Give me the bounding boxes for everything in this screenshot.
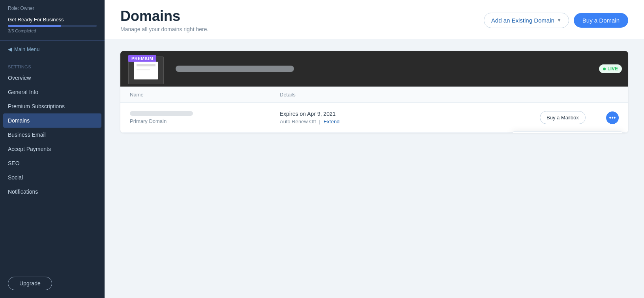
onboarding-section: Get Ready For Business 3/5 Completed bbox=[0, 13, 105, 39]
domain-table: Name Details Primary Domain Expires on A… bbox=[120, 87, 628, 133]
domain-name-cell: Primary Domain bbox=[130, 111, 280, 124]
more-actions-container: ••• Assign to a Different Site Unassign … bbox=[590, 111, 619, 124]
sidebar-divider-top bbox=[0, 40, 105, 41]
dropdown-menu: Assign to a Different Site Unassign from… bbox=[512, 131, 623, 133]
renew-row: Auto Renew Off | Extend bbox=[280, 119, 540, 124]
buy-domain-button[interactable]: Buy a Domain bbox=[574, 13, 628, 28]
page-subtitle: Manage all your domains right here. bbox=[120, 26, 208, 32]
sidebar-item-notifications[interactable]: Notifications bbox=[0, 185, 105, 199]
domain-card: PREMIUM LIVE Name Details bbox=[120, 51, 628, 133]
progress-bar-bg bbox=[8, 25, 97, 27]
sidebar-item-domains[interactable]: Domains bbox=[3, 113, 101, 128]
chevron-down-icon: ▼ bbox=[557, 17, 562, 23]
expires-text: Expires on Apr 9, 2021 bbox=[280, 111, 540, 117]
chevron-left-icon: ◀ bbox=[8, 46, 12, 52]
main-menu-label: Main Menu bbox=[14, 46, 39, 52]
sidebar-section-settings: Settings bbox=[0, 60, 105, 71]
onboarding-title: Get Ready For Business bbox=[8, 17, 97, 23]
sidebar-item-social[interactable]: Social bbox=[0, 170, 105, 185]
domain-primary-label: Primary Domain bbox=[130, 118, 280, 124]
live-badge-label: LIVE bbox=[607, 66, 618, 72]
premium-badge: PREMIUM bbox=[128, 55, 156, 62]
col-header-details: Details bbox=[280, 92, 540, 98]
sidebar: Role: Owner Get Ready For Business 3/5 C… bbox=[0, 0, 105, 298]
col-header-name: Name bbox=[130, 92, 280, 98]
domain-details-cell: Expires on Apr 9, 2021 Auto Renew Off | … bbox=[280, 111, 540, 124]
domain-actions-cell: Buy a Mailbox ••• Assign to a Different … bbox=[540, 111, 619, 124]
page-title-area: Domains Manage all your domains right he… bbox=[120, 8, 208, 32]
page-header: Domains Manage all your domains right he… bbox=[105, 0, 644, 39]
progress-label: 3/5 Completed bbox=[8, 28, 97, 33]
sidebar-item-seo[interactable]: SEO bbox=[0, 156, 105, 170]
content-area: PREMIUM LIVE Name Details bbox=[105, 39, 644, 298]
sidebar-divider-mid bbox=[0, 58, 105, 58]
buy-mailbox-button[interactable]: Buy a Mailbox bbox=[540, 111, 586, 124]
table-row: Primary Domain Expires on Apr 9, 2021 Au… bbox=[120, 103, 628, 133]
more-options-button[interactable]: ••• bbox=[606, 111, 619, 124]
sidebar-item-overview[interactable]: Overview bbox=[0, 71, 105, 85]
add-existing-domain-button[interactable]: Add an Existing Domain ▼ bbox=[484, 13, 569, 28]
sidebar-upgrade-area: Upgrade bbox=[8, 277, 97, 290]
upgrade-button[interactable]: Upgrade bbox=[8, 277, 52, 290]
sidebar-item-premium-subscriptions[interactable]: Premium Subscriptions bbox=[0, 99, 105, 113]
page-title: Domains bbox=[120, 8, 208, 25]
add-existing-label: Add an Existing Domain bbox=[491, 17, 554, 24]
domain-name-blurred-preview bbox=[176, 66, 294, 72]
domain-preview: PREMIUM LIVE bbox=[120, 51, 628, 87]
col-header-actions bbox=[540, 92, 619, 98]
preview-inner bbox=[134, 62, 158, 79]
main-content: Domains Manage all your domains right he… bbox=[105, 0, 644, 298]
live-dot-icon bbox=[603, 68, 606, 70]
sidebar-item-accept-payments[interactable]: Accept Payments bbox=[0, 142, 105, 156]
divider-pipe: | bbox=[319, 119, 320, 124]
live-badge: LIVE bbox=[599, 64, 622, 73]
extend-link[interactable]: Extend bbox=[324, 119, 339, 124]
sidebar-main-menu[interactable]: ◀ Main Menu bbox=[0, 42, 105, 56]
sidebar-role: Role: Owner bbox=[0, 0, 105, 13]
progress-bar-fill bbox=[8, 25, 61, 27]
sidebar-item-general-info[interactable]: General Info bbox=[0, 85, 105, 99]
sidebar-item-business-email[interactable]: Business Email bbox=[0, 128, 105, 142]
domain-name-blurred bbox=[130, 111, 193, 116]
auto-renew-text: Auto Renew Off bbox=[280, 119, 316, 124]
header-actions: Add an Existing Domain ▼ Buy a Domain bbox=[484, 13, 628, 28]
ellipsis-icon: ••• bbox=[609, 114, 616, 121]
table-header: Name Details bbox=[120, 87, 628, 103]
